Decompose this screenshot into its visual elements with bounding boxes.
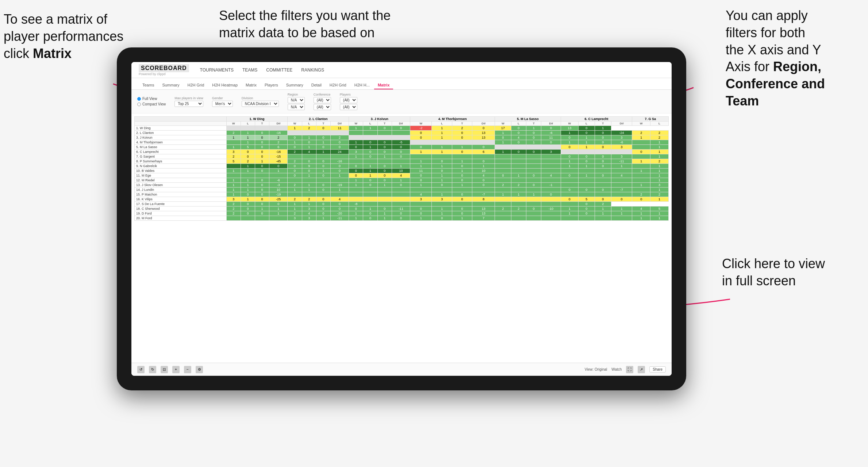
compact-view-option[interactable]: Compact View [137, 102, 166, 106]
subh-t5: T [526, 121, 541, 126]
filter-select-gender[interactable]: Men's [212, 101, 233, 107]
matrix-table: 1. W Ding 2. L Clanton 3. J Koivun 4. M … [134, 116, 669, 221]
player-name: 11. M Ege [135, 173, 227, 178]
fullscreen-icon[interactable]: ⛶ [626, 366, 633, 373]
player-name: 3. J Koivun [135, 135, 227, 140]
ann-br-l2: in full screen [722, 273, 796, 288]
player-name: 5. M La Sasso [135, 145, 227, 150]
full-view-option[interactable]: Full View [137, 97, 166, 101]
subh-t4: T [452, 121, 472, 126]
player-name: 10. B Valdes [135, 169, 227, 173]
table-row: 8. P Summerhays 521-45 200-16 1010 100-1… [135, 159, 669, 164]
subh-w4: W [410, 121, 432, 126]
filter-select-players2[interactable]: (All) [340, 104, 357, 110]
tab-summary2[interactable]: Summary [283, 81, 307, 89]
subh-l1: L [241, 121, 255, 126]
nav-tournaments[interactable]: TOURNAMENTS [200, 66, 234, 74]
subh-w5: W [495, 121, 511, 126]
nav-bar: SCOREBOARD Powered by clippd TOURNAMENTS… [131, 62, 672, 78]
filter-select-region2[interactable]: N/A [288, 104, 305, 110]
filter-select-division[interactable]: NCAA Division I [242, 101, 279, 107]
settings-icon[interactable]: ⚙ [196, 366, 203, 373]
share-button[interactable]: Share [649, 366, 666, 373]
filter-select-max[interactable]: Top 25 [174, 101, 203, 107]
subh-d6: Dif [611, 121, 632, 126]
table-row: 17. S De La Fuente 2000 1100 -8 02 [135, 202, 669, 207]
tab-summary[interactable]: Summary [158, 81, 183, 89]
filter-label-players: Players [340, 93, 357, 96]
header-players [135, 117, 227, 121]
header-jkoivun: 3. J Koivun [349, 117, 410, 121]
player-name: 1. W Ding [135, 126, 227, 131]
full-view-radio[interactable] [137, 97, 141, 101]
tab-detail[interactable]: Detail [308, 81, 325, 89]
ann-r-l4b: Region, [773, 59, 821, 74]
filter-select-conf1[interactable]: (All) [314, 97, 331, 103]
subh-t3: T [377, 121, 392, 126]
subh-d5: Dif [541, 121, 561, 126]
zoom-out-icon[interactable]: − [184, 366, 191, 373]
subh-l7: L [650, 121, 669, 126]
tab-h2h-h[interactable]: H2H H... [351, 81, 373, 89]
filter-max-players: Max players in view Top 25 [174, 96, 203, 107]
share-icon[interactable]: ↗ [638, 366, 645, 373]
tab-matrix-active[interactable]: Matrix [374, 81, 393, 89]
nav-committee[interactable]: COMMITTEE [266, 66, 292, 74]
zoom-in-icon[interactable]: + [172, 366, 180, 373]
table-row: 9. N Gabrelcik 100 0900 0101 1101 1101 1 [135, 164, 669, 169]
header-mthorbjornsen: 4. M Thorbjornsen [410, 117, 495, 121]
annotation-top-left: To see a matrix of player performances c… [4, 11, 128, 62]
filter-label-region: Region [288, 93, 305, 96]
subh-d4: Dif [472, 121, 495, 126]
tab-h2h-grid[interactable]: H2H Grid [184, 81, 208, 89]
redo-icon[interactable]: ↻ [149, 366, 156, 373]
table-row: 4. M Thorbjornsen 102 1010 100-5 1010 11… [135, 140, 669, 145]
view-original-label: View: Original [585, 367, 607, 371]
header-gsa: 7. G Sa [632, 117, 669, 121]
zoom-fit-icon[interactable]: ⊡ [161, 366, 168, 373]
tab-teams[interactable]: Teams [139, 81, 158, 89]
annotation-line3a: click [4, 46, 33, 61]
nav-teams[interactable]: TEAMS [242, 66, 257, 74]
subh-t1: T [255, 121, 269, 126]
table-row: 19. D Ford 2001 240-20 1010 01013 1011 1… [135, 211, 669, 216]
header-mlasasso: 5. M La Sasso [495, 117, 561, 121]
player-name: 8. P Summerhays [135, 159, 227, 164]
table-row: 18. C Sherwood 2011 1300 010-11 01013 22… [135, 207, 669, 211]
table-row: 15. P Maichon 100-19 410-7 1110 22 [135, 192, 669, 197]
filter-select-players1[interactable]: (All) [340, 97, 357, 103]
scoreboard-logo: SCOREBOARD Powered by clippd [139, 64, 189, 76]
ann-r-l6: Team [726, 93, 759, 108]
tab-players[interactable]: Players [261, 81, 282, 89]
subh-w6: W [561, 121, 578, 126]
table-row: 6. C Lamprecht 300-16 24124 3000 1106 10… [135, 150, 669, 154]
table-row: 13. J Skov Olesen 110-3 210-19 1010 1010… [135, 183, 669, 188]
subh-w1: W [226, 121, 241, 126]
ann-br-l1: Click here to view [722, 256, 825, 271]
subh-l2: L [302, 121, 316, 126]
filter-label-gender: Gender [212, 96, 233, 100]
ann-r-l3: the X axis and Y [726, 42, 821, 57]
filter-select-conf2[interactable]: (All) [314, 104, 331, 110]
bottom-toolbar: ↺ ↻ ⊡ + − ⚙ View: Original Watch ⛶ ↗ Sha… [131, 363, 672, 376]
filter-select-region1[interactable]: N/A [288, 97, 305, 103]
table-row: 20. M Ford 331-11 1010 1017 11 [135, 216, 669, 221]
subh-d1: Dif [269, 121, 288, 126]
watch-label[interactable]: Watch [611, 367, 622, 371]
ann-r-l2: filters for both [726, 25, 805, 40]
tab-h2h-heatmap[interactable]: H2H Heatmap [208, 81, 241, 89]
header-lclanton: 2. L Clanton [288, 117, 349, 121]
player-name: 13. J Skov Olesen [135, 183, 227, 188]
player-name: 18. C Sherwood [135, 207, 227, 211]
nav-rankings[interactable]: RANKINGS [301, 66, 324, 74]
subh-w2: W [288, 121, 302, 126]
table-row: 12. M Riedel 110-6 1001 0100 1 [135, 178, 669, 183]
tab-matrix-main[interactable]: Matrix [242, 81, 260, 89]
tab-h2h-grid2[interactable]: H2H Grid [326, 81, 350, 89]
powered-by: Powered by clippd [139, 72, 189, 76]
player-name: 20. M Ford [135, 216, 227, 221]
compact-view-radio[interactable] [137, 103, 141, 106]
matrix-container[interactable]: 1. W Ding 2. L Clanton 3. J Koivun 4. M … [131, 113, 672, 363]
undo-icon[interactable]: ↺ [137, 366, 145, 373]
table-row: 10. B Valdes 1101 0010 01010 110110 11 [135, 169, 669, 173]
